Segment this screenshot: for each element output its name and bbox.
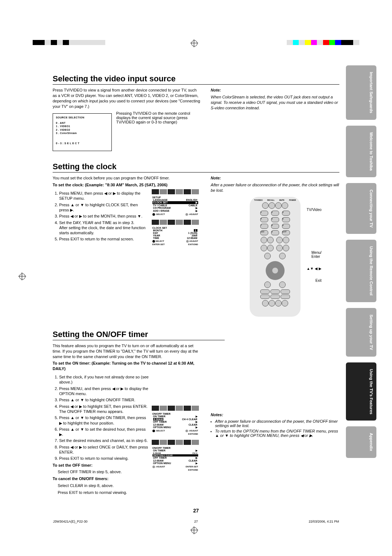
tab-safeguards: Important Safeguards	[346, 65, 376, 120]
onoff-example: To set the ON timer: (Example: Turning o…	[53, 361, 201, 372]
footer-left: J3W30421A(E)_P22-30	[53, 520, 87, 523]
clock-steps: Press MENU, then press ◀ or ▶ to display…	[59, 191, 149, 242]
heading-onoff: Setting the ON/OFF timer	[53, 330, 225, 340]
onoff-osd-2: ON/OFF TIMER ON TIMER▶ 6:30AMCH 4 ONCE D…	[152, 440, 199, 472]
footer: J3W30421A(E)_P22-30 27 22/03/2006, 4:21 …	[53, 520, 339, 523]
onoff-intro: This feature allows you to program the T…	[53, 343, 201, 360]
source-caption: Pressing TV/VIDEO on the remote control …	[116, 111, 201, 153]
registration-mark	[190, 39, 198, 47]
note-body: When ColorStream is selected, the video …	[211, 94, 339, 111]
source-selection-menu: SOURCE SELECTION 0 . ANT 1 . VIDEO1 2 . …	[53, 113, 112, 151]
cancel-timer-body2: Press EXIT to return to normal viewing.	[58, 490, 149, 495]
tab-appendix: Appendix	[346, 426, 376, 458]
heading-clock: Setting the clock	[53, 162, 339, 173]
note-body: After a power failure or disconnection o…	[211, 182, 339, 193]
registration-mark	[18, 272, 26, 280]
onoff-osd-1: ON/OFF TIMER ON TIMER▶ 6:00AMCH 4 CLEAR …	[152, 406, 199, 436]
onoff-steps: Set the clock, if you have not already d…	[59, 374, 149, 461]
notes-label: Notes:	[211, 412, 339, 418]
cancel-timer-body1: Select CLEAR in step 8, above.	[58, 483, 149, 488]
note-label: Note:	[211, 88, 339, 93]
clock-intro: You must set the clock before you can pr…	[53, 175, 201, 181]
cancel-timer-label: To cancel the ON/OFF timers:	[53, 476, 149, 482]
footer-right: 22/03/2006, 4:21 PM	[309, 520, 339, 523]
color-bars-left	[33, 40, 105, 45]
setup-osd: SETUP LANGUAGEENGLISH CLOCK SET▶ TV / CA…	[152, 189, 199, 217]
tab-connecting: Connecting your TV	[346, 183, 376, 234]
color-bars-right	[287, 40, 359, 45]
heading-video-source: Selecting the video input source	[53, 74, 339, 85]
video-source-intro: Press TV/VIDEO to view a signal from ano…	[53, 88, 201, 109]
page-number: 27	[53, 508, 339, 514]
clockset-osd: CLOCK SET MONTH1 DAY1 (SUN) YEAR2006 TIM…	[152, 220, 199, 247]
tab-welcome: Welcome to Toshiba	[346, 126, 376, 177]
remote-diagram: TV/VIDEORECALLMUTEPOWER 123 456 789 1000…	[250, 197, 301, 317]
footer-mid: 27	[194, 520, 198, 523]
tab-setting-up: Setting up your TV	[346, 308, 376, 357]
tab-remote: Using the Remote Control	[346, 240, 376, 302]
off-timer-label: To set the OFF timer:	[53, 463, 149, 468]
tab-using-features: Using the TV's Features	[346, 362, 376, 421]
page-content: Selecting the video input source Press T…	[53, 65, 339, 514]
note-label: Note:	[211, 175, 339, 181]
registration-mark	[190, 526, 198, 534]
clock-example: To set the clock: (Example: "8:30 AM" Ma…	[53, 182, 201, 188]
notes-list: After a power failure or disconnection o…	[211, 419, 339, 438]
off-timer-body: Select OFF TIMER in step 5, above.	[58, 469, 149, 475]
side-tabs: Important Safeguards Welcome to Toshiba …	[346, 65, 376, 458]
